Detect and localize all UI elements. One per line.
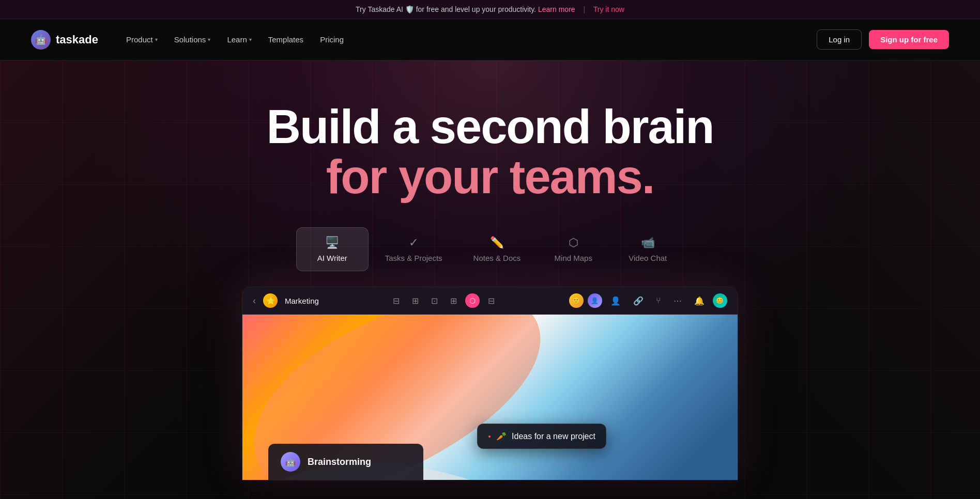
nav-item-solutions[interactable]: Solutions ▾: [167, 31, 218, 48]
feature-tabs: 🖥️ AI Writer ✓ Tasks & Projects ✏️ Notes…: [0, 227, 980, 271]
hero-title-line2: for your teams.: [326, 150, 654, 203]
tab-mind-maps[interactable]: ⬡ Mind Maps: [537, 228, 609, 271]
app-content: ● 🥕 Ideas for a new project 🤖 Brainstorm…: [242, 315, 738, 480]
toolbar-right: 🙂 👤 👤 🔗 ⑂ ⋯ 🔔 😊: [569, 293, 727, 308]
signup-button[interactable]: Sign up for free: [869, 30, 949, 49]
logo[interactable]: 🤖 taskade: [31, 30, 98, 50]
tab-notes[interactable]: ✏️ Notes & Docs: [459, 228, 535, 271]
tool-board-icon[interactable]: ⊡: [427, 294, 442, 308]
tool-grid-icon[interactable]: ⊞: [408, 294, 423, 308]
back-button[interactable]: ‹: [253, 295, 256, 306]
notes-icon: ✏️: [490, 236, 504, 250]
share-link-icon[interactable]: 🔗: [629, 294, 648, 308]
nav-item-templates[interactable]: Templates: [261, 31, 311, 48]
banner-learn-more[interactable]: Learn more: [538, 5, 575, 13]
logo-icon: 🤖: [31, 30, 51, 50]
tab-ai-writer[interactable]: 🖥️ AI Writer: [296, 227, 369, 271]
nav-links: Product ▾ Solutions ▾ Learn ▾ Templates …: [119, 31, 351, 48]
app-toolbar: ‹ ⭐ Marketing ⊟ ⊞ ⊡ ⊞ ⬡ ⊟ 🙂 👤 👤 🔗 ⑂: [242, 287, 738, 315]
chat-bubble: ● 🥕 Ideas for a new project: [477, 424, 606, 449]
banner-middle: for free and level up your productivity.: [416, 5, 536, 13]
chat-bubble-text: Ideas for a new project: [512, 432, 595, 441]
banner-separator: |: [583, 5, 585, 13]
add-member-icon[interactable]: 👤: [606, 294, 625, 308]
workspace-name: Marketing: [285, 297, 319, 305]
hero-title-line1: Build a second brain: [267, 100, 714, 153]
tab-notes-label: Notes & Docs: [473, 254, 521, 262]
hero-section: Build a second brain for your teams. 🖥️ …: [0, 60, 980, 499]
nav-item-product[interactable]: Product ▾: [119, 31, 165, 48]
video-chat-icon: 📹: [641, 236, 655, 250]
nav-pricing-label: Pricing: [320, 35, 344, 44]
avatar-2: 👤: [588, 293, 602, 308]
ellipsis-icon[interactable]: ⋯: [669, 294, 686, 308]
login-button[interactable]: Log in: [817, 29, 862, 50]
share-icon: ⬡: [469, 297, 476, 305]
banner-shield: 🛡️: [405, 5, 416, 13]
tab-ai-writer-label: AI Writer: [317, 254, 347, 262]
app-preview: ‹ ⭐ Marketing ⊟ ⊞ ⊡ ⊞ ⬡ ⊟ 🙂 👤 👤 🔗 ⑂: [242, 287, 738, 480]
nav-product-label: Product: [126, 35, 153, 44]
bell-icon[interactable]: 🔔: [690, 294, 709, 308]
share-button[interactable]: ⬡: [465, 293, 480, 308]
chat-dot-icon: ●: [488, 433, 491, 439]
nav-learn-label: Learn: [227, 35, 247, 44]
nav-item-pricing[interactable]: Pricing: [313, 31, 351, 48]
nav-item-learn[interactable]: Learn ▾: [220, 31, 258, 48]
ai-writer-icon: 🖥️: [325, 236, 339, 250]
hero-title: Build a second brain for your teams.: [0, 102, 980, 201]
brainstorm-label: Brainstorming: [308, 457, 371, 467]
workspace-icon: ⭐: [263, 293, 278, 308]
nav-left: 🤖 taskade Product ▾ Solutions ▾ Learn ▾ …: [31, 30, 351, 50]
branch-icon[interactable]: ⑂: [652, 294, 665, 307]
nav-templates-label: Templates: [268, 35, 303, 44]
tab-mind-maps-label: Mind Maps: [555, 254, 592, 262]
nav-right: Log in Sign up for free: [817, 29, 949, 50]
tool-table-icon[interactable]: ⊞: [446, 294, 461, 308]
brainstorm-panel: 🤖 Brainstorming: [268, 444, 423, 480]
nav-solutions-label: Solutions: [174, 35, 206, 44]
tasks-icon: ✓: [409, 236, 418, 250]
chat-emoji: 🥕: [496, 431, 507, 441]
tab-tasks-label: Tasks & Projects: [385, 254, 442, 262]
banner-try-now[interactable]: Try it now: [593, 5, 624, 13]
logo-text: taskade: [56, 33, 98, 46]
user-avatar: 😊: [713, 293, 727, 308]
tab-video-chat-label: Video Chat: [629, 254, 667, 262]
navbar: 🤖 taskade Product ▾ Solutions ▾ Learn ▾ …: [0, 19, 980, 60]
tab-video-chat[interactable]: 📹 Video Chat: [611, 228, 684, 271]
mind-maps-icon: ⬡: [569, 236, 578, 250]
brainstorm-avatar: 🤖: [281, 452, 300, 472]
avatar-1: 🙂: [569, 293, 584, 308]
toolbar-center: ⊟ ⊞ ⊡ ⊞ ⬡ ⊟: [389, 293, 499, 308]
toolbar-left: ‹ ⭐ Marketing: [253, 293, 319, 308]
tool-list-icon[interactable]: ⊟: [389, 294, 404, 308]
tab-tasks[interactable]: ✓ Tasks & Projects: [371, 228, 457, 271]
chevron-down-icon: ▾: [208, 37, 210, 42]
chevron-down-icon: ▾: [155, 37, 158, 42]
chevron-down-icon: ▾: [249, 37, 252, 42]
tool-more-icon[interactable]: ⊟: [484, 294, 499, 308]
top-banner: Try Taskade AI 🛡️ for free and level up …: [0, 0, 980, 19]
banner-text: Try Taskade AI: [356, 5, 403, 13]
